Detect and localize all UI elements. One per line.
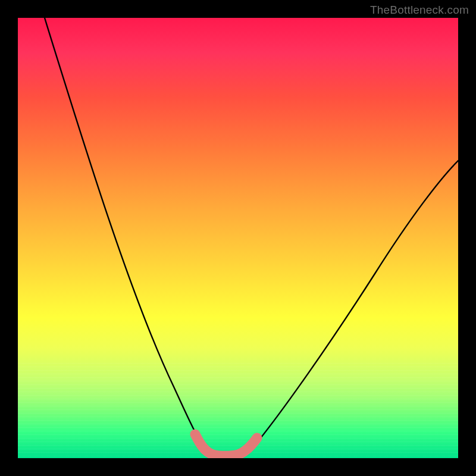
highlight-segment bbox=[195, 434, 257, 456]
plot-area bbox=[18, 18, 458, 458]
bottleneck-curve bbox=[45, 18, 458, 455]
chart-frame: TheBottleneck.com bbox=[0, 0, 476, 476]
watermark-text: TheBottleneck.com bbox=[370, 4, 469, 17]
curve-layer bbox=[18, 18, 458, 458]
